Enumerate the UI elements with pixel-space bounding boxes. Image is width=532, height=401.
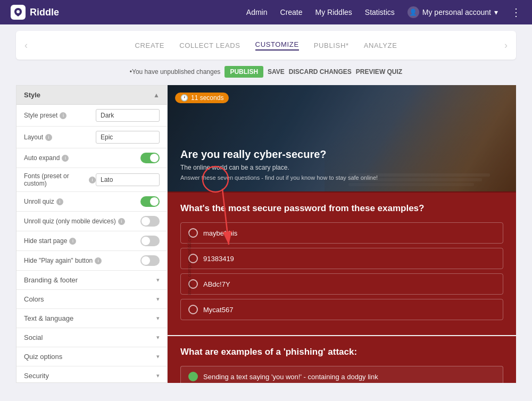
watermark: Images: computerworldd.com bbox=[187, 232, 192, 295]
nav-my-riddles[interactable]: My Riddles bbox=[315, 8, 352, 16]
quiz-options-chevron-icon: ▾ bbox=[156, 353, 160, 360]
q2-radio-1 bbox=[188, 372, 198, 381]
logo-text: Riddle bbox=[30, 7, 59, 18]
hero-subtitle: The online world can be a scary place. bbox=[180, 164, 503, 171]
main-content: Style ▲ Style preset i Dark Light Custom… bbox=[16, 85, 516, 383]
auto-expand-info-icon: i bbox=[62, 155, 69, 162]
unroll-quiz-mobile-label: Unroll quiz (only mobile devices) i bbox=[24, 218, 125, 225]
breadcrumb-nav: CREATE COLLECT LEADS CUSTOMIZE PUBLISH* … bbox=[135, 40, 397, 51]
hide-play-label: Hide "Play again" button i bbox=[24, 257, 102, 264]
unroll-quiz-label: Unroll quiz i bbox=[24, 198, 63, 205]
preview-hero: 🕐 11 seconds Are you really cyber-secure… bbox=[168, 85, 516, 191]
logo-icon bbox=[11, 5, 26, 20]
left-panel: Style ▲ Style preset i Dark Light Custom… bbox=[16, 85, 168, 383]
logo: Riddle bbox=[11, 5, 59, 20]
fonts-info-icon: i bbox=[89, 177, 96, 183]
hero-overlay: 🕐 11 seconds Are you really cyber-secure… bbox=[168, 85, 516, 191]
text-language-label: Text & language bbox=[24, 314, 73, 322]
nav-statistics[interactable]: Statistics bbox=[365, 8, 395, 16]
discard-button[interactable]: DISCARD CHANGES bbox=[289, 68, 352, 76]
save-button[interactable]: SAVE bbox=[268, 68, 285, 76]
unroll-quiz-mobile-row: Unroll quiz (only mobile devices) i bbox=[16, 212, 167, 231]
quiz-options-label: Quiz options bbox=[24, 353, 62, 361]
security-chevron-icon: ▾ bbox=[156, 372, 160, 379]
social-section[interactable]: Social ▾ bbox=[16, 328, 167, 347]
social-label: Social bbox=[24, 333, 43, 341]
hero-description: Answer these seven questions - find out … bbox=[180, 174, 503, 181]
q1-option-3[interactable]: ABdc!7Y bbox=[180, 273, 503, 295]
branding-chevron-icon: ▾ bbox=[156, 277, 160, 283]
auto-expand-row: Auto expand i bbox=[16, 148, 167, 168]
breadcrumb-bar: ‹ CREATE COLLECT LEADS CUSTOMIZE PUBLISH… bbox=[16, 31, 516, 60]
preview-button[interactable]: PREVIEW QUIZ bbox=[356, 68, 402, 76]
layout-row: Layout i Epic Classic Minimal bbox=[16, 127, 167, 148]
hide-play-toggle[interactable] bbox=[140, 255, 160, 266]
hide-start-info-icon: i bbox=[69, 238, 76, 245]
timer-text: 11 seconds bbox=[191, 94, 223, 102]
style-preset-select[interactable]: Dark Light Custom bbox=[96, 109, 160, 122]
nav-create[interactable]: Create bbox=[280, 8, 303, 16]
style-chevron-icon: ▲ bbox=[153, 91, 160, 99]
nav-left: Riddle bbox=[11, 5, 59, 20]
breadcrumb-create[interactable]: CREATE bbox=[135, 41, 165, 49]
layout-select[interactable]: Epic Classic Minimal bbox=[96, 131, 160, 144]
branding-label: Branding & footer bbox=[24, 276, 78, 284]
hero-title: Are you really cyber-secure? bbox=[180, 148, 503, 161]
action-bar: •You have unpublished changes PUBLISH SA… bbox=[16, 66, 516, 78]
hide-play-info-icon: i bbox=[95, 257, 102, 264]
preset-info-icon: i bbox=[60, 112, 66, 119]
style-section-header[interactable]: Style ▲ bbox=[16, 86, 167, 105]
breadcrumb-prev-arrow[interactable]: ‹ bbox=[24, 40, 28, 51]
publish-button[interactable]: PUBLISH bbox=[225, 66, 263, 78]
account-chevron: ▾ bbox=[494, 8, 498, 16]
hide-start-label: Hide start page i bbox=[24, 237, 76, 245]
q1-option-4-text: Mycat567 bbox=[203, 306, 233, 314]
hide-play-row: Hide "Play again" button i bbox=[16, 251, 167, 271]
hide-start-row: Hide start page i bbox=[16, 231, 167, 251]
q1-option-3-text: ABdc!7Y bbox=[203, 280, 230, 288]
style-preset-label: Style preset i bbox=[24, 112, 66, 119]
unroll-mobile-info-icon: i bbox=[118, 218, 125, 225]
q1-option-4[interactable]: Mycat567 bbox=[180, 299, 503, 320]
breadcrumb-analyze[interactable]: ANALYZE bbox=[364, 41, 397, 49]
unpublished-notice: •You have unpublished changes bbox=[130, 68, 221, 76]
preview-panel: 🕐 11 seconds Are you really cyber-secure… bbox=[168, 85, 516, 383]
text-language-section[interactable]: Text & language ▾ bbox=[16, 309, 167, 328]
style-section-title: Style bbox=[24, 91, 40, 99]
unroll-quiz-info-icon: i bbox=[56, 198, 63, 205]
security-section[interactable]: Security ▾ bbox=[16, 366, 167, 383]
layout-label: Layout i bbox=[24, 133, 52, 141]
unroll-quiz-mobile-toggle[interactable] bbox=[140, 216, 160, 227]
fonts-row: Fonts (preset or custom) i Lato Roboto O… bbox=[16, 168, 167, 192]
timer-clock-icon: 🕐 bbox=[180, 94, 188, 102]
colors-section[interactable]: Colors ▾ bbox=[16, 290, 167, 309]
q1-option-1-text: maybe*this bbox=[203, 229, 237, 237]
hide-start-toggle[interactable] bbox=[140, 236, 160, 246]
auto-expand-toggle[interactable] bbox=[140, 153, 160, 163]
text-language-chevron-icon: ▾ bbox=[156, 315, 160, 322]
account-label: My personal account bbox=[422, 8, 491, 16]
security-label: Security bbox=[24, 372, 49, 380]
question-2-card: What are examples of a 'phishing' attack… bbox=[168, 336, 516, 383]
q1-option-2[interactable]: 91383419 bbox=[180, 248, 503, 269]
q1-radio-4 bbox=[188, 305, 198, 314]
account-menu[interactable]: 👤 My personal account ▾ bbox=[408, 6, 498, 18]
quiz-options-section[interactable]: Quiz options ▾ bbox=[16, 347, 167, 366]
more-options-icon[interactable]: ⋮ bbox=[511, 6, 521, 19]
q2-option-1-text: Sending a text saying 'you won!' - conta… bbox=[203, 373, 378, 381]
nav-admin[interactable]: Admin bbox=[246, 8, 268, 16]
style-preset-row: Style preset i Dark Light Custom bbox=[16, 105, 167, 127]
unroll-quiz-toggle[interactable] bbox=[140, 196, 160, 207]
fonts-select[interactable]: Lato Roboto Open Sans bbox=[96, 173, 160, 186]
q2-option-1[interactable]: Sending a text saying 'you won!' - conta… bbox=[180, 366, 503, 383]
layout-info-icon: i bbox=[45, 134, 52, 141]
q1-option-1[interactable]: maybe*this bbox=[180, 222, 503, 244]
breadcrumb-collect-leads[interactable]: COLLECT LEADS bbox=[179, 41, 240, 49]
breadcrumb-customize[interactable]: CUSTOMIZE bbox=[255, 40, 299, 51]
breadcrumb-next-arrow[interactable]: › bbox=[504, 40, 508, 51]
colors-label: Colors bbox=[24, 295, 44, 303]
breadcrumb-publish[interactable]: PUBLISH* bbox=[314, 41, 349, 49]
nav-right: Admin Create My Riddles Statistics 👤 My … bbox=[246, 6, 521, 19]
branding-section[interactable]: Branding & footer ▾ bbox=[16, 271, 167, 290]
svg-point-0 bbox=[16, 10, 20, 13]
